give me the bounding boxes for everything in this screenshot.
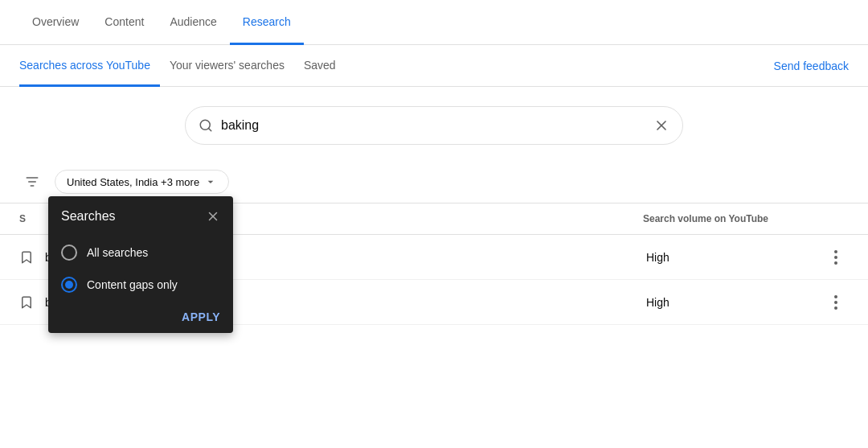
search-input[interactable] <box>221 118 653 133</box>
country-filter-label: United States, India +3 more <box>67 176 199 188</box>
dots-icon <box>828 249 844 265</box>
radio-gaps-label: Content gaps only <box>87 278 178 291</box>
search-box <box>185 106 683 145</box>
filter-row: United States, India +3 more Searches Al… <box>0 161 868 203</box>
subnav-viewer-searches[interactable]: Your viewers' searches <box>160 45 294 87</box>
nav-overview[interactable]: Overview <box>19 0 92 45</box>
sub-nav: Searches across YouTube Your viewers' se… <box>0 45 868 87</box>
search-clear-icon[interactable] <box>653 117 669 134</box>
searches-popup: Searches All searches Content gaps only … <box>48 196 233 333</box>
popup-close-icon[interactable] <box>206 209 220 224</box>
radio-all-label: All searches <box>87 246 148 259</box>
nav-audience[interactable]: Audience <box>157 0 229 45</box>
dots-icon <box>828 294 844 310</box>
radio-gaps-inner <box>65 281 73 289</box>
popup-apply-row: APPLY <box>61 301 220 333</box>
subnav-searches-across[interactable]: Searches across YouTube <box>19 45 160 87</box>
radio-gaps-outer <box>61 277 77 293</box>
radio-content-gaps[interactable]: Content gaps only <box>61 269 220 301</box>
radio-all-outer <box>61 245 77 261</box>
nav-content[interactable]: Content <box>92 0 157 45</box>
svg-line-1 <box>208 128 211 130</box>
row1-volume: High <box>646 251 823 264</box>
row1-more-icon[interactable] <box>823 245 849 270</box>
search-icon <box>199 118 213 133</box>
column-header-volume: Search volume on YouTube <box>643 213 820 224</box>
filter-icon-button[interactable] <box>19 169 45 195</box>
popup-header: Searches <box>61 209 220 224</box>
apply-button[interactable]: APPLY <box>182 310 220 323</box>
bookmark-icon-row2[interactable] <box>19 295 34 310</box>
row2-volume: High <box>646 296 823 309</box>
send-feedback-link[interactable]: Send feedback <box>774 60 849 72</box>
popup-title: Searches <box>61 209 116 224</box>
radio-all-searches[interactable]: All searches <box>61 236 220 269</box>
row2-more-icon[interactable] <box>823 290 849 315</box>
nav-research[interactable]: Research <box>230 0 304 45</box>
subnav-saved[interactable]: Saved <box>294 45 346 87</box>
search-container <box>0 87 868 161</box>
top-nav: Overview Content Audience Research <box>0 0 868 45</box>
country-filter-button[interactable]: United States, India +3 more <box>55 170 229 194</box>
bookmark-icon-row1[interactable] <box>19 250 34 265</box>
